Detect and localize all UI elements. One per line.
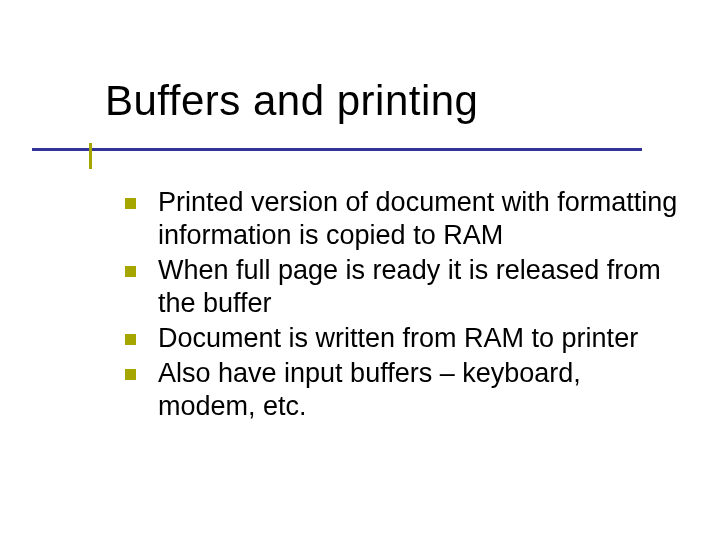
body-list: Printed version of document with formatt… xyxy=(125,186,680,425)
slide: Buffers and printing Printed version of … xyxy=(0,0,720,540)
list-item: When full page is ready it is released f… xyxy=(125,254,680,320)
slide-title: Buffers and printing xyxy=(105,78,690,124)
list-item-text: Document is written from RAM to printer xyxy=(158,322,680,355)
list-item: Document is written from RAM to printer xyxy=(125,322,680,355)
list-item: Also have input buffers – keyboard, mode… xyxy=(125,357,680,423)
title-underline xyxy=(32,148,642,151)
square-bullet-icon xyxy=(125,334,136,345)
square-bullet-icon xyxy=(125,198,136,209)
square-bullet-icon xyxy=(125,266,136,277)
list-item-text: When full page is ready it is released f… xyxy=(158,254,680,320)
list-item-text: Also have input buffers – keyboard, mode… xyxy=(158,357,680,423)
list-item: Printed version of document with formatt… xyxy=(125,186,680,252)
list-item-text: Printed version of document with formatt… xyxy=(158,186,680,252)
title-block: Buffers and printing xyxy=(105,78,690,124)
square-bullet-icon xyxy=(125,369,136,380)
title-accent-tick xyxy=(89,143,92,169)
